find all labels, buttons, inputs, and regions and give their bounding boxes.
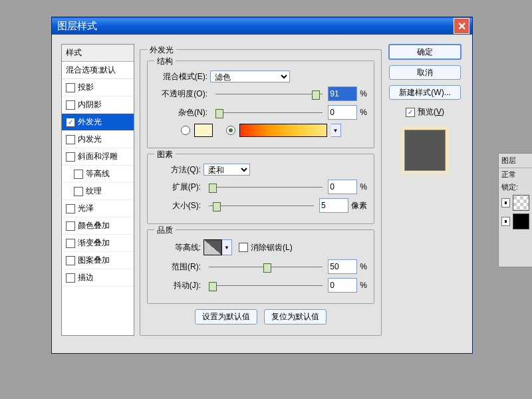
style-checkbox[interactable] bbox=[66, 204, 75, 213]
range-slider[interactable] bbox=[209, 262, 323, 271]
technique-select[interactable]: 柔和 bbox=[203, 164, 250, 176]
style-item-label: 斜面和浮雕 bbox=[78, 151, 118, 162]
style-checkbox[interactable] bbox=[66, 135, 75, 144]
pct-unit: % bbox=[360, 182, 367, 192]
size-slider[interactable] bbox=[209, 201, 314, 210]
style-item-11[interactable]: 描边 bbox=[62, 269, 134, 287]
style-item-label: 投影 bbox=[78, 82, 94, 93]
style-item-label: 等高线 bbox=[86, 168, 110, 180]
style-checkbox[interactable]: ✓ bbox=[66, 118, 75, 127]
style-item-label: 渐变叠加 bbox=[78, 237, 110, 249]
contour-dropdown[interactable]: ▼ bbox=[222, 239, 232, 255]
preview-checkbox[interactable]: ✓ bbox=[406, 108, 415, 117]
style-item-9[interactable]: 渐变叠加 bbox=[62, 235, 134, 252]
noise-slider[interactable] bbox=[215, 108, 323, 117]
quality-legend: 品质 bbox=[154, 225, 176, 236]
opacity-input[interactable] bbox=[328, 86, 357, 101]
style-checkbox[interactable] bbox=[66, 239, 75, 248]
dialog-title: 图层样式 bbox=[57, 20, 454, 33]
blend-mode-mini[interactable]: 正常 bbox=[501, 170, 516, 180]
titlebar[interactable]: 图层样式 ✕ bbox=[52, 17, 472, 35]
eye-icon[interactable] bbox=[501, 198, 510, 207]
style-checkbox[interactable] bbox=[66, 83, 75, 92]
style-item-10[interactable]: 图案叠加 bbox=[62, 252, 134, 269]
range-label: 范围(R): bbox=[154, 261, 203, 273]
layer-thumb-2[interactable] bbox=[513, 213, 529, 229]
style-item-label: 描边 bbox=[78, 272, 94, 283]
noise-label: 杂色(N): bbox=[154, 107, 210, 118]
style-checkbox[interactable] bbox=[66, 221, 75, 231]
close-button[interactable]: ✕ bbox=[454, 18, 469, 34]
ok-button[interactable]: 确定 bbox=[388, 44, 462, 60]
anti-alias-checkbox[interactable] bbox=[239, 243, 248, 252]
style-checkbox[interactable] bbox=[66, 273, 75, 283]
blend-mode-select[interactable]: 滤色 bbox=[210, 70, 290, 82]
eye-icon[interactable] bbox=[501, 217, 510, 226]
noise-input[interactable] bbox=[328, 105, 357, 120]
gradient-preview[interactable] bbox=[239, 124, 327, 137]
reset-default-button[interactable]: 复位为默认值 bbox=[264, 309, 327, 325]
color-radio[interactable] bbox=[181, 126, 190, 135]
outer-glow-legend: 外发光 bbox=[147, 45, 176, 56]
blend-mode-label: 混合模式(E): bbox=[154, 71, 210, 82]
style-item-3[interactable]: 内发光 bbox=[62, 131, 134, 148]
preview-thumbnail bbox=[404, 130, 446, 171]
gradient-dropdown[interactable]: ▼ bbox=[331, 124, 341, 137]
layer-thumb-1[interactable] bbox=[513, 195, 529, 211]
elements-legend: 图素 bbox=[154, 149, 176, 160]
style-item-2[interactable]: ✓外发光 bbox=[62, 114, 134, 131]
style-checkbox[interactable] bbox=[66, 100, 75, 110]
style-checkbox[interactable] bbox=[74, 170, 83, 179]
color-swatch[interactable] bbox=[194, 124, 213, 137]
px-unit: 像素 bbox=[351, 200, 367, 211]
style-item-0[interactable]: 投影 bbox=[62, 79, 134, 96]
cancel-button[interactable]: 取消 bbox=[389, 65, 461, 80]
style-item-label: 纹理 bbox=[86, 186, 102, 197]
layers-tab[interactable]: 图层 bbox=[499, 154, 532, 168]
pct-unit: % bbox=[360, 89, 367, 98]
new-style-button[interactable]: 新建样式(W)... bbox=[389, 85, 461, 100]
style-checkbox[interactable] bbox=[66, 256, 75, 265]
pct-unit: % bbox=[360, 262, 367, 271]
spread-label: 扩展(P): bbox=[154, 182, 203, 193]
style-item-label: 内阴影 bbox=[78, 99, 102, 110]
range-input[interactable] bbox=[328, 259, 357, 274]
pct-unit: % bbox=[360, 281, 367, 290]
size-input[interactable] bbox=[319, 198, 348, 213]
gradient-radio[interactable] bbox=[226, 126, 235, 135]
style-item-label: 图案叠加 bbox=[78, 255, 110, 266]
style-item-label: 外发光 bbox=[78, 116, 102, 128]
contour-picker[interactable] bbox=[203, 239, 222, 255]
layer-style-dialog: 图层样式 ✕ 样式 混合选项:默认 投影内阴影✓外发光内发光斜面和浮雕等高线纹理… bbox=[51, 17, 473, 354]
set-default-button[interactable]: 设置为默认值 bbox=[195, 309, 257, 325]
style-item-7[interactable]: 光泽 bbox=[62, 200, 134, 217]
style-item-5[interactable]: 等高线 bbox=[62, 166, 134, 183]
opacity-slider[interactable] bbox=[215, 89, 323, 98]
style-item-label: 光泽 bbox=[78, 203, 94, 214]
action-column: 确定 取消 新建样式(W)... ✓ 预览(V) bbox=[387, 44, 463, 336]
style-item-8[interactable]: 颜色叠加 bbox=[62, 217, 134, 235]
style-item-1[interactable]: 内阴影 bbox=[62, 96, 134, 114]
jitter-label: 抖动(J): bbox=[154, 280, 203, 291]
spread-slider[interactable] bbox=[209, 182, 323, 192]
blending-options[interactable]: 混合选项:默认 bbox=[62, 62, 134, 79]
style-item-label: 颜色叠加 bbox=[78, 220, 110, 231]
jitter-slider[interactable] bbox=[209, 281, 323, 290]
style-item-label: 内发光 bbox=[78, 134, 102, 145]
style-checkbox[interactable] bbox=[66, 152, 75, 162]
style-item-6[interactable]: 纹理 bbox=[62, 183, 134, 200]
jitter-input[interactable] bbox=[328, 278, 357, 293]
layers-palette: 图层 正常 锁定: bbox=[498, 153, 532, 267]
spread-input[interactable] bbox=[328, 180, 357, 194]
style-item-4[interactable]: 斜面和浮雕 bbox=[62, 148, 134, 166]
settings-panel: 外发光 结构 混合模式(E): 滤色 不透明度(O): % 杂色(N): bbox=[140, 44, 382, 336]
size-label: 大小(S): bbox=[154, 200, 203, 211]
styles-header[interactable]: 样式 bbox=[62, 45, 134, 62]
style-checkbox[interactable] bbox=[74, 187, 83, 196]
anti-alias-label: 消除锯齿(L) bbox=[251, 242, 293, 253]
opacity-label: 不透明度(O): bbox=[154, 88, 210, 100]
structure-legend: 结构 bbox=[154, 56, 176, 67]
preview-label: 预览(V) bbox=[418, 106, 444, 118]
contour-label: 等高线: bbox=[154, 242, 203, 253]
pct-unit: % bbox=[360, 108, 367, 117]
